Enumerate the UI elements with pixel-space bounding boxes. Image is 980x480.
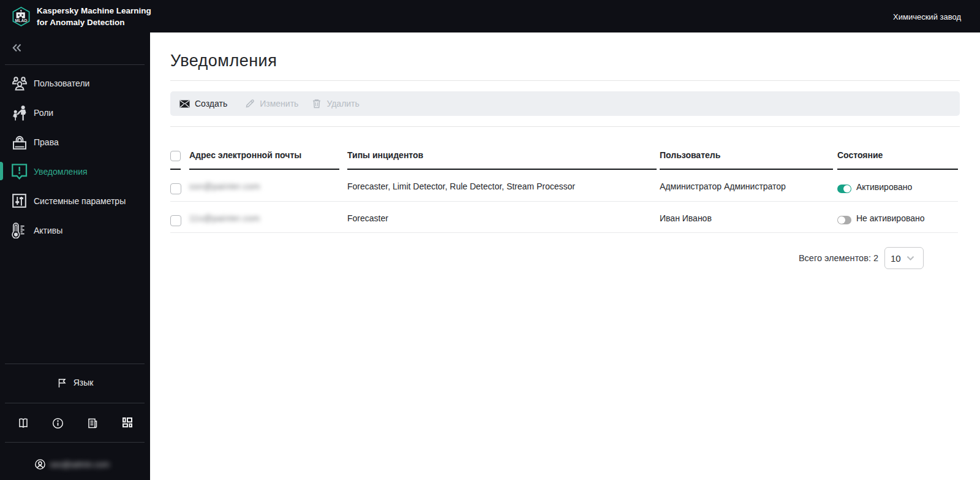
svg-text:MLAD: MLAD (15, 18, 28, 23)
